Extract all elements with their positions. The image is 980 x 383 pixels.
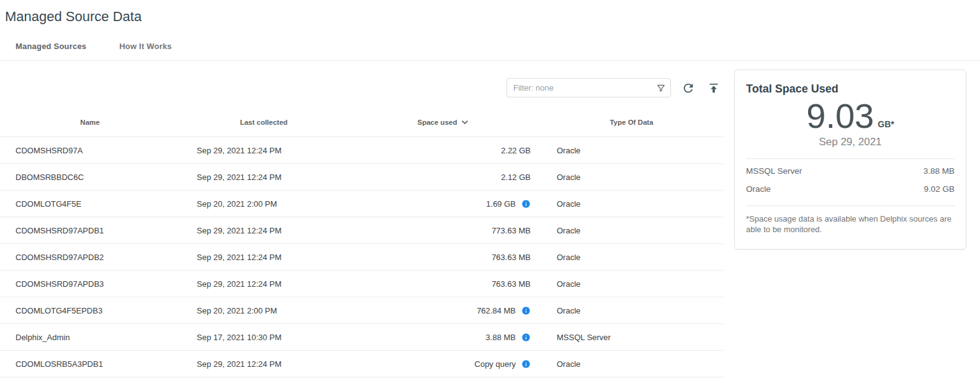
source-name: CDOMSHSRD97A bbox=[0, 146, 180, 155]
column-header-space-used[interactable]: Space used bbox=[348, 117, 540, 127]
total-space-number: 9.03 bbox=[806, 98, 874, 135]
table-row[interactable]: CDOMSHSRD97APDB1 Sep 29, 2021 12:24 PM 7… bbox=[0, 217, 723, 244]
tab-bar: Managed Sources How It Works bbox=[0, 42, 980, 61]
table-row[interactable]: CDOMSHSRD97A Sep 29, 2021 12:24 PM 2.22 … bbox=[0, 137, 723, 164]
type-of-data: Oracle bbox=[540, 306, 723, 315]
source-name: CDOMSHSRD97APDB1 bbox=[0, 226, 180, 235]
breakdown-label: Oracle bbox=[746, 184, 771, 194]
info-icon[interactable] bbox=[521, 333, 531, 342]
type-of-data: Oracle bbox=[540, 359, 723, 369]
total-space-date: Sep 29, 2021 bbox=[746, 136, 955, 158]
copy-query-tooltip[interactable]: Copy query bbox=[475, 359, 516, 369]
tab-how-it-works[interactable]: How It Works bbox=[119, 42, 172, 60]
table-header-row: Name Last collected Space used Type Of D… bbox=[0, 107, 723, 137]
space-used: 3.88 MB bbox=[348, 333, 540, 342]
filter-field bbox=[506, 78, 671, 97]
source-name: CDOMLOTG4F5E bbox=[0, 199, 180, 209]
total-space-used-card: Total Space Used 9.03 GB* Sep 29, 2021 M… bbox=[734, 70, 966, 250]
breakdown-value: 3.88 MB bbox=[924, 166, 955, 176]
last-collected: Sep 29, 2021 12:24 PM bbox=[180, 253, 348, 262]
space-used-value: 1.69 GB bbox=[486, 199, 516, 209]
space-used-value: 2.22 GB bbox=[501, 146, 531, 155]
last-collected: Sep 20, 2021 2:00 PM bbox=[180, 306, 348, 315]
last-collected: Sep 17, 2021 10:30 PM bbox=[180, 333, 348, 342]
table-row[interactable]: CDOMSHSRD97APDB3 Sep 29, 2021 12:24 PM 7… bbox=[0, 271, 723, 297]
space-usage-footnote: *Space usage data is available when Delp… bbox=[746, 205, 955, 235]
main-panel: Name Last collected Space used Type Of D… bbox=[0, 61, 723, 377]
column-header-name[interactable]: Name bbox=[0, 119, 180, 126]
source-name: CDOMLOTG4F5EPDB3 bbox=[0, 306, 180, 315]
space-used: 762.84 MB bbox=[348, 306, 540, 315]
type-of-data: Oracle bbox=[540, 226, 723, 235]
last-collected: Sep 29, 2021 12:24 PM bbox=[180, 226, 348, 235]
space-used-value: 773.63 MB bbox=[492, 226, 531, 235]
managed-source-data-page: Managed Source Data Managed Sources How … bbox=[0, 0, 980, 383]
type-of-data: Oracle bbox=[540, 279, 723, 289]
table-row[interactable]: CDOMLOTG4F5EPDB3 Sep 20, 2021 2:00 PM 76… bbox=[0, 297, 723, 324]
type-of-data: Oracle bbox=[540, 146, 723, 155]
space-used-value: 2.12 GB bbox=[501, 173, 531, 182]
column-header-type[interactable]: Type Of Data bbox=[540, 119, 723, 126]
space-used: 2.12 GB bbox=[348, 173, 540, 182]
source-name: CDOMSHSRD97APDB3 bbox=[0, 279, 180, 289]
card-title: Total Space Used bbox=[746, 83, 955, 96]
table-row[interactable]: Delphix_Admin Sep 17, 2021 10:30 PM 3.88… bbox=[0, 324, 723, 351]
source-name: Delphix_Admin bbox=[0, 333, 180, 342]
space-used: 773.63 MB bbox=[348, 226, 540, 235]
export-icon bbox=[707, 81, 721, 95]
export-button[interactable] bbox=[706, 80, 722, 96]
type-of-data: Oracle bbox=[540, 253, 723, 262]
breakdown-label: MSSQL Server bbox=[746, 166, 802, 176]
table-row[interactable]: DBOMSRBBDC6C Sep 29, 2021 12:24 PM 2.12 … bbox=[0, 164, 723, 191]
type-of-data: Oracle bbox=[540, 199, 723, 209]
last-collected: Sep 29, 2021 12:24 PM bbox=[180, 146, 348, 155]
space-used: 2.22 GB bbox=[348, 146, 540, 155]
column-header-space-used-label: Space used bbox=[418, 119, 457, 126]
breakdown-row: MSSQL Server 3.88 MB bbox=[746, 162, 955, 180]
type-of-data: Oracle bbox=[540, 173, 723, 182]
last-collected: Sep 29, 2021 12:24 PM bbox=[180, 359, 348, 369]
space-used: Copy query bbox=[348, 359, 540, 369]
breakdown-row: Oracle 9.02 GB bbox=[746, 180, 955, 198]
info-icon[interactable] bbox=[521, 306, 531, 315]
source-name: DBOMSRBBDC6C bbox=[0, 173, 180, 182]
source-name: CDOMSHSRD97APDB2 bbox=[0, 253, 180, 262]
total-space-unit: GB* bbox=[878, 119, 894, 135]
source-name: CDOMLOSRB5A3PDB1 bbox=[0, 359, 180, 369]
total-space-value: 9.03 GB* bbox=[746, 98, 955, 135]
content-area: Name Last collected Space used Type Of D… bbox=[0, 61, 980, 377]
last-collected: Sep 29, 2021 12:24 PM bbox=[180, 279, 348, 289]
space-used-value: 762.84 MB bbox=[477, 306, 516, 315]
last-collected: Sep 29, 2021 12:24 PM bbox=[180, 173, 348, 182]
space-used: 763.63 MB bbox=[348, 279, 540, 289]
funnel-icon[interactable] bbox=[656, 83, 666, 93]
refresh-button[interactable] bbox=[680, 80, 696, 96]
refresh-icon bbox=[681, 81, 695, 95]
space-used-value: 763.63 MB bbox=[492, 279, 531, 289]
space-used-value: 3.88 MB bbox=[486, 333, 516, 342]
tab-managed-sources[interactable]: Managed Sources bbox=[16, 42, 86, 60]
info-icon[interactable] bbox=[521, 359, 531, 369]
info-icon[interactable] bbox=[521, 199, 531, 209]
filter-input[interactable] bbox=[506, 78, 671, 97]
type-of-data: MSSQL Server bbox=[540, 333, 723, 342]
last-collected: Sep 20, 2021 2:00 PM bbox=[180, 199, 348, 209]
column-header-last-collected[interactable]: Last collected bbox=[180, 119, 348, 126]
space-breakdown: MSSQL Server 3.88 MB Oracle 9.02 GB bbox=[746, 158, 955, 203]
space-used: 1.69 GB bbox=[348, 199, 540, 209]
table-row[interactable]: CDOMSHSRD97APDB2 Sep 29, 2021 12:24 PM 7… bbox=[0, 244, 723, 271]
space-used: 763.63 MB bbox=[348, 253, 540, 262]
managed-sources-table: Name Last collected Space used Type Of D… bbox=[0, 107, 723, 377]
breakdown-value: 9.02 GB bbox=[924, 184, 955, 194]
table-row[interactable]: CDOMLOSRB5A3PDB1 Sep 29, 2021 12:24 PM C… bbox=[0, 351, 723, 377]
table-row[interactable]: CDOMLOTG4F5E Sep 20, 2021 2:00 PM 1.69 G… bbox=[0, 191, 723, 217]
page-title: Managed Source Data bbox=[0, 0, 980, 25]
toolbar bbox=[0, 78, 723, 97]
space-used-value: 763.63 MB bbox=[492, 253, 531, 262]
chevron-down-icon bbox=[460, 117, 470, 127]
